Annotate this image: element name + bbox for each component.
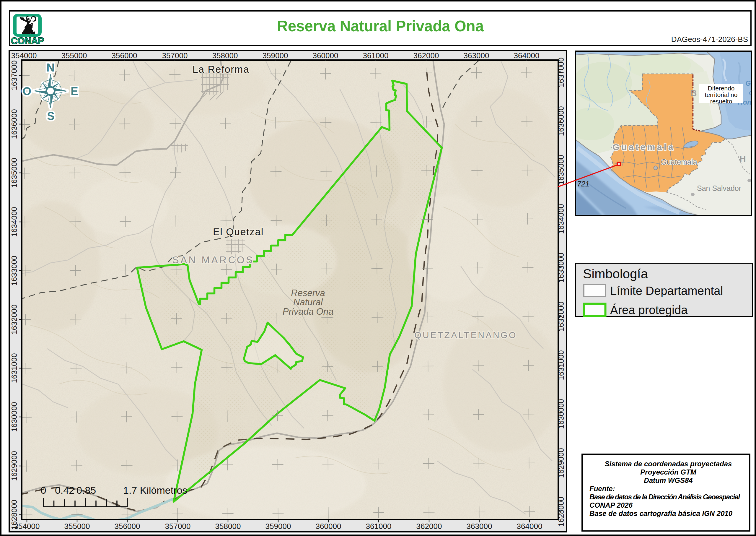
- svg-text:358000: 358000: [212, 51, 238, 60]
- svg-text:362000: 362000: [413, 51, 439, 60]
- svg-text:S: S: [47, 110, 54, 122]
- svg-text:CONAP: CONAP: [11, 36, 44, 46]
- svg-text:1629000: 1629000: [10, 451, 18, 481]
- svg-text:357000: 357000: [165, 522, 191, 531]
- svg-text:1635000: 1635000: [10, 158, 18, 187]
- svg-text:1637000: 1637000: [10, 60, 18, 90]
- svg-text:Gu: Gu: [745, 79, 755, 87]
- svg-text:356000: 356000: [114, 522, 140, 531]
- svg-text:San Salvador: San Salvador: [697, 184, 741, 192]
- svg-text:CONAP 2026: CONAP 2026: [589, 501, 633, 509]
- svg-text:Fuente:: Fuente:: [589, 485, 615, 492]
- svg-text:DAGeos-471-2026-BS: DAGeos-471-2026-BS: [671, 35, 748, 44]
- svg-text:Base de datos de la Dirección: Base de datos de la Dirección Análisis G…: [589, 493, 740, 501]
- svg-text:Límite Departamental: Límite Departamental: [610, 284, 723, 297]
- svg-text:QUETZALTENANGO: QUETZALTENANGO: [414, 330, 517, 340]
- svg-text:0: 0: [41, 485, 47, 496]
- svg-text:359000: 359000: [266, 522, 291, 531]
- svg-text:Natural: Natural: [293, 297, 323, 307]
- svg-text:356000: 356000: [111, 51, 137, 60]
- svg-text:La Reforma: La Reforma: [193, 63, 250, 75]
- svg-text:1631000: 1631000: [10, 353, 18, 383]
- svg-text:E: E: [71, 85, 78, 97]
- svg-text:364000: 364000: [517, 522, 543, 531]
- svg-text:360000: 360000: [316, 522, 341, 531]
- svg-text:Reserva Natural Privada Ona: Reserva Natural Privada Ona: [277, 18, 484, 35]
- svg-text:H o: H o: [740, 154, 756, 164]
- svg-text:N: N: [47, 61, 54, 74]
- svg-text:Guatemala: Guatemala: [661, 158, 697, 166]
- svg-text:1628000: 1628000: [10, 500, 18, 529]
- svg-text:354000: 354000: [11, 51, 37, 60]
- svg-text:1630000: 1630000: [10, 402, 18, 432]
- svg-text:355000: 355000: [61, 51, 87, 60]
- svg-text:358000: 358000: [215, 522, 241, 531]
- svg-text:363000: 363000: [464, 51, 489, 60]
- svg-text:Sistema de coordenadas proyect: Sistema de coordenadas proyectadas: [605, 460, 732, 468]
- svg-text:Simbología: Simbología: [583, 267, 648, 281]
- svg-text:362000: 362000: [416, 522, 442, 531]
- svg-text:Reserva: Reserva: [291, 288, 325, 298]
- svg-text:resuelto: resuelto: [710, 98, 732, 105]
- svg-text:357000: 357000: [162, 51, 188, 60]
- svg-text:territorial no: territorial no: [705, 91, 738, 98]
- svg-text:361000: 361000: [363, 51, 389, 60]
- svg-text:0.85: 0.85: [77, 485, 96, 496]
- svg-text:364000: 364000: [514, 51, 540, 60]
- svg-text:355000: 355000: [64, 522, 90, 531]
- svg-text:El Quetzal: El Quetzal: [213, 226, 264, 237]
- svg-text:1633000: 1633000: [10, 255, 18, 285]
- svg-text:Proyección GTM: Proyección GTM: [640, 468, 696, 476]
- svg-text:361000: 361000: [366, 522, 392, 531]
- svg-text:1634000: 1634000: [10, 207, 18, 237]
- svg-text:Privada Ona: Privada Ona: [283, 306, 333, 317]
- svg-text:Diferendo: Diferendo: [708, 85, 735, 92]
- svg-text:SAN MARCOS: SAN MARCOS: [173, 254, 254, 265]
- svg-text:Guatemala: Guatemala: [613, 142, 675, 152]
- svg-text:Base de datos cartografía bási: Base de datos cartografía básica IGN 201…: [589, 509, 733, 518]
- svg-text:721: 721: [577, 180, 589, 188]
- svg-text:O: O: [22, 85, 31, 97]
- svg-text:B: B: [690, 88, 697, 98]
- svg-text:359000: 359000: [263, 51, 288, 60]
- svg-text:0.42: 0.42: [55, 485, 75, 496]
- svg-text:1.7 Kilómetros: 1.7 Kilómetros: [123, 485, 187, 496]
- svg-text:Datum WGS84: Datum WGS84: [644, 476, 693, 484]
- svg-text:1632000: 1632000: [10, 304, 18, 334]
- svg-text:Área protegida: Área protegida: [610, 303, 688, 317]
- svg-text:363000: 363000: [467, 522, 492, 531]
- svg-text:1636000: 1636000: [10, 109, 18, 139]
- svg-text:360000: 360000: [313, 51, 338, 60]
